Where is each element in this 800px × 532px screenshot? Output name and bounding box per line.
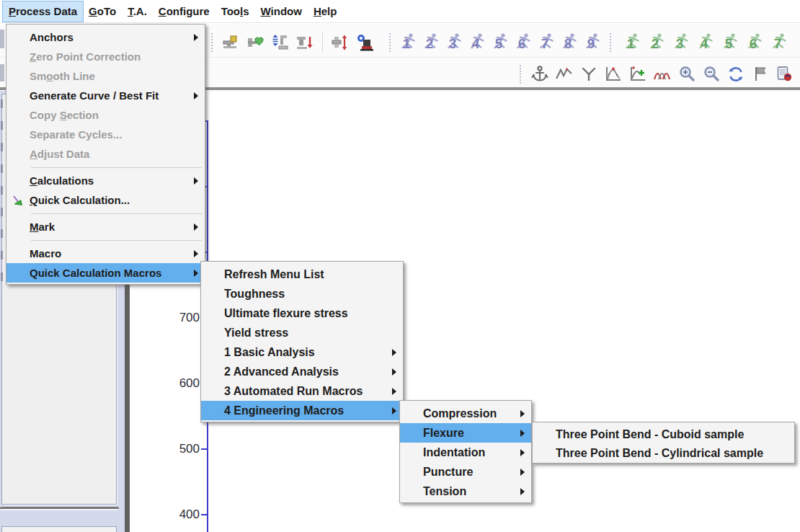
menubar-item-tools[interactable]: Tools — [215, 1, 255, 22]
anchor-icon[interactable] — [530, 64, 550, 84]
menu-item-puncture[interactable]: Puncture — [400, 462, 531, 482]
menu-item-zero-point-correction[interactable]: Zero Point Correction — [6, 47, 205, 66]
quick-test-icon[interactable] — [355, 32, 375, 53]
menu-item-toughness[interactable]: Toughness — [201, 284, 403, 303]
svg-text:6: 6 — [518, 36, 526, 51]
menu-item-tension[interactable]: Tension — [400, 482, 531, 501]
copy-section-icon[interactable] — [628, 64, 648, 84]
run-macro-green-7[interactable]: 7 — [769, 32, 791, 53]
probe-attach-icon[interactable] — [221, 32, 241, 53]
run-macro-green-2[interactable]: 2 — [646, 32, 668, 53]
menu-item-smooth-line[interactable]: Smooth Line — [6, 66, 205, 86]
menu-item-2-advanced-analysis[interactable]: 2 Advanced Analysis — [201, 362, 403, 381]
menu-item-flexure[interactable]: Flexure — [400, 423, 531, 443]
clipped-toolbar-icon — [0, 64, 4, 81]
run-macro-green-6[interactable]: 6 — [745, 32, 766, 53]
run-test-icon[interactable] — [330, 32, 350, 53]
run-macro-purple-5[interactable]: 5 — [490, 32, 512, 53]
svg-text:2: 2 — [426, 36, 434, 51]
menu-item-calculations[interactable]: Calculations — [6, 171, 205, 190]
flag-icon[interactable] — [750, 64, 770, 84]
menu-separator — [6, 164, 205, 171]
run-macro-green-1[interactable]: 1 — [622, 32, 644, 53]
run-macro-purple-2[interactable]: 2 — [421, 32, 443, 53]
menu-item-yield-stress[interactable]: Yield stress — [201, 323, 403, 342]
toolbar-gripper[interactable] — [520, 65, 525, 84]
run-macro-green-3[interactable]: 3 — [671, 32, 693, 53]
submenu-arrow-icon — [194, 92, 198, 99]
calibrate-height-icon[interactable] — [270, 32, 290, 53]
menu-separator — [6, 210, 205, 217]
run-macro-purple-7[interactable]: 7 — [536, 32, 558, 53]
submenu-arrow-icon — [194, 223, 198, 231]
toolbar-gripper[interactable] — [389, 33, 395, 52]
toolbar-gripper[interactable] — [610, 33, 615, 52]
run-macro-purple-9[interactable]: 9 — [582, 32, 604, 53]
menu-engineering-macros: CompressionFlexureIndentationPunctureTen… — [399, 400, 532, 503]
menu-item-mark[interactable]: Mark — [6, 217, 205, 236]
submenu-arrow-icon — [392, 407, 396, 414]
menu-item-macro[interactable]: Macro — [6, 244, 205, 263]
menu-item-generate-curve-best-fit[interactable]: Generate Curve / Best Fit — [6, 86, 205, 105]
best-fit-icon[interactable] — [603, 64, 623, 84]
report-icon[interactable] — [775, 64, 795, 84]
menu-item-ultimate-flexure-stress[interactable]: Ultimate flexure stress — [201, 303, 403, 323]
zoom-in-icon[interactable] — [677, 64, 697, 84]
run-macro-purple-1[interactable]: 1 — [398, 32, 419, 53]
run-macro-green-4[interactable]: 4 — [695, 32, 717, 53]
svg-text:4: 4 — [472, 36, 480, 51]
branch-icon[interactable] — [579, 64, 599, 84]
submenu-arrow-icon — [520, 410, 525, 417]
submenu-arrow-icon — [392, 388, 396, 395]
zoom-out-icon[interactable] — [701, 64, 721, 84]
separate-cycles-icon[interactable] — [652, 64, 672, 84]
submenu-arrow-icon — [520, 488, 525, 495]
probe-target-icon[interactable] — [246, 32, 266, 53]
y-axis-label: 400 — [171, 507, 200, 522]
y-axis-label: 700 — [171, 311, 200, 325]
menu-item-4-engineering-macros[interactable]: 4 Engineering Macros — [201, 401, 403, 420]
menubar-item-window[interactable]: Window — [255, 1, 308, 22]
toolbar-separator — [322, 32, 323, 53]
menu-item-3-automated-run-macros[interactable]: 3 Automated Run Macros — [201, 381, 403, 401]
refresh-icon[interactable] — [726, 64, 746, 84]
run-macro-purple-8[interactable]: 8 — [559, 32, 581, 53]
menubar-item-t-a[interactable]: T.A. — [122, 1, 153, 22]
menubar-item-goto[interactable]: GoTo — [83, 1, 122, 22]
menubar-item-process-data[interactable]: Process Data — [3, 1, 83, 22]
menu-item-separate-cycles[interactable]: Separate Cycles... — [6, 125, 205, 144]
probe-lower-icon[interactable] — [295, 32, 315, 53]
left-toolbar-edge-fragment — [1, 208, 3, 216]
menubar-item-help[interactable]: Help — [308, 1, 343, 22]
menu-item-three-point-bend-cuboid-sample[interactable]: Three Point Bend - Cuboid sample — [533, 425, 794, 444]
run-macro-green-5[interactable]: 5 — [720, 32, 742, 53]
clipped-toolbar-icon — [0, 30, 4, 48]
menu-item-quick-calculation[interactable]: Quick Calculation... — [6, 190, 205, 210]
menu-item-copy-section[interactable]: Copy Section — [6, 105, 205, 125]
smooth-line-icon[interactable] — [554, 64, 574, 84]
left-toolbar-edge-fragment — [1, 251, 3, 260]
run-macro-purple-6[interactable]: 6 — [513, 32, 535, 53]
run-macro-purple-3[interactable]: 3 — [444, 32, 466, 53]
pane-splitter-handle[interactable] — [0, 507, 119, 510]
svg-text:9: 9 — [587, 36, 595, 51]
menu-item-adjust-data[interactable]: Adjust Data — [6, 144, 205, 164]
menu-item-quick-calculation-macros[interactable]: Quick Calculation Macros — [6, 263, 205, 283]
menu-item-anchors[interactable]: Anchors — [6, 27, 205, 47]
menubar-item-configure[interactable]: Configure — [153, 1, 215, 22]
submenu-arrow-icon — [194, 34, 198, 41]
run-macro-purple-4[interactable]: 4 — [467, 32, 489, 53]
menu-item-compression[interactable]: Compression — [400, 404, 531, 423]
menu-item-three-point-bend-cylindrical-sample[interactable]: Three Point Bend - Cylindrical sample — [533, 444, 794, 463]
submenu-arrow-icon — [520, 430, 525, 437]
y-axis-tick — [201, 514, 208, 515]
svg-text:6: 6 — [750, 36, 757, 51]
y-axis-tick — [201, 448, 208, 450]
quick-calculation-icon — [12, 194, 25, 207]
menu-item-indentation[interactable]: Indentation — [400, 443, 531, 462]
menu-item-1-basic-analysis[interactable]: 1 Basic Analysis — [201, 342, 403, 362]
submenu-arrow-icon — [520, 469, 525, 476]
left-pane-panel-lower — [1, 526, 117, 532]
menu-item-refresh-menu-list[interactable]: Refresh Menu List — [201, 265, 403, 284]
toolbar-gripper[interactable] — [211, 33, 217, 52]
